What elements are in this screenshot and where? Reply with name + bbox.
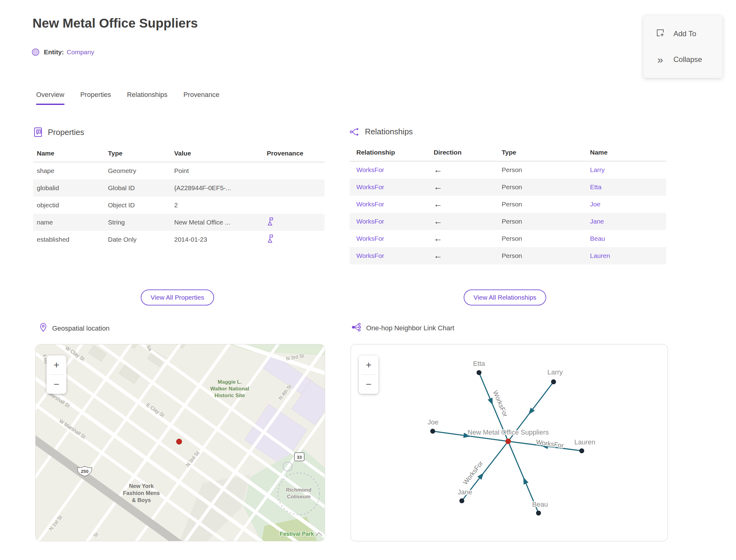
tab-relationships[interactable]: Relationships xyxy=(127,91,167,105)
entity-location-marker[interactable] xyxy=(176,439,182,444)
related-entity-link[interactable]: Beau xyxy=(590,235,605,242)
column-header: Type xyxy=(502,145,590,161)
tab-bar: OverviewPropertiesRelationshipsProvenanc… xyxy=(36,91,219,105)
map-zoom-in-button[interactable]: + xyxy=(47,355,66,374)
entity-row: Entity: Company xyxy=(32,48,94,56)
properties-table-header-row: NameTypeValueProvenance xyxy=(33,146,324,162)
property-name: established xyxy=(33,231,108,248)
related-entity-type: Person xyxy=(502,247,590,264)
direction-arrow: ← xyxy=(434,251,442,260)
entity-type-value: Company xyxy=(67,48,94,56)
property-row: establishedDate Only2014-01-23 xyxy=(33,231,324,248)
menu-item-collapse[interactable]: »Collapse xyxy=(643,51,723,68)
node-label: Larry xyxy=(547,368,563,376)
provenance-flag-icon[interactable] xyxy=(267,237,274,244)
relationship-type-link[interactable]: WorksFor xyxy=(356,218,384,225)
property-value: {A228944F-0EF5-... xyxy=(174,179,259,197)
map-zoom-out-button[interactable]: − xyxy=(47,375,66,394)
column-header: Type xyxy=(108,146,174,162)
node-label: Beau xyxy=(532,501,548,508)
node-Joe[interactable] xyxy=(430,429,435,434)
related-entity-link[interactable]: Etta xyxy=(590,183,601,190)
related-entity-type: Person xyxy=(502,161,590,178)
relationship-type-link[interactable]: WorksFor xyxy=(356,252,384,259)
floating-action-panel: Add To»Collapse xyxy=(643,15,723,78)
provenance-flag-icon[interactable] xyxy=(267,220,274,227)
center-node[interactable] xyxy=(505,439,511,444)
map-label: Festival Park xyxy=(280,531,314,537)
view-all-properties-button[interactable]: View All Properties xyxy=(141,290,214,305)
direction-arrow: ← xyxy=(434,199,442,209)
relationship-type-link[interactable]: WorksFor xyxy=(356,166,384,173)
linkchart-section-title: One-hop Neighbor Link Chart xyxy=(366,324,454,332)
node-label: Jane xyxy=(458,488,472,496)
direction-arrow: ← xyxy=(434,217,442,226)
property-name: shape xyxy=(33,162,108,179)
edge-arrowhead xyxy=(523,477,528,485)
tab-provenance[interactable]: Provenance xyxy=(183,91,219,105)
edge-label: WorksFor xyxy=(462,460,484,486)
link-chart[interactable]: WorksForWorksForWorksForEttaLarryJoeLaur… xyxy=(351,344,668,541)
tab-properties[interactable]: Properties xyxy=(80,91,111,105)
relationship-type-link[interactable]: WorksFor xyxy=(356,183,384,190)
related-entity-link[interactable]: Larry xyxy=(590,166,605,173)
basemap[interactable]: 25033 k RdW Clay StSaMarshall StW Marsha… xyxy=(36,344,325,541)
column-header: Relationship xyxy=(350,145,434,161)
center-node-label: New Metal Office Suppliers xyxy=(468,428,549,436)
edge-arrowhead xyxy=(528,408,535,415)
page-title: New Metal Office Suppliers xyxy=(33,16,198,31)
property-provenance-cell xyxy=(259,197,324,214)
relationship-type-link[interactable]: WorksFor xyxy=(356,201,384,208)
tab-overview[interactable]: Overview xyxy=(36,91,64,105)
edge-label: WorksFor xyxy=(492,389,509,418)
relationships-section-title: Relationships xyxy=(365,127,413,136)
property-row: objectidObject ID2 xyxy=(33,197,324,214)
node-Jane[interactable] xyxy=(459,498,464,503)
link-chart-panel[interactable]: + − WorksForWorksForWorksForEttaLarryJoe… xyxy=(351,344,668,541)
relationship-row: WorksFor←PersonBeau xyxy=(350,230,666,247)
menu-item-label: Collapse xyxy=(673,55,702,64)
property-type: String xyxy=(108,214,174,231)
property-name: objectid xyxy=(33,197,108,214)
node-Larry[interactable] xyxy=(551,379,556,384)
collapse-icon: » xyxy=(655,54,665,65)
relationship-type-link[interactable]: WorksFor xyxy=(356,235,384,242)
property-type: Object ID xyxy=(108,197,174,214)
property-provenance-cell xyxy=(259,231,324,248)
related-entity-type: Person xyxy=(502,230,590,247)
related-entity-link[interactable]: Joe xyxy=(590,201,600,208)
properties-section-header: Properties xyxy=(33,127,324,137)
column-header: Value xyxy=(174,146,259,162)
node-label: Joe xyxy=(427,418,438,426)
related-entity-type: Person xyxy=(502,213,590,230)
related-entity-link[interactable]: Lauren xyxy=(590,252,610,259)
svg-text:33: 33 xyxy=(297,455,302,460)
property-value: 2 xyxy=(174,197,259,214)
property-value: New Metal Office ... xyxy=(174,214,259,231)
edge-label: WorksFor xyxy=(536,438,564,449)
direction-arrow: ← xyxy=(434,234,442,243)
property-name: globalid xyxy=(33,179,108,197)
relationships-table: RelationshipDirectionTypeName WorksFor←P… xyxy=(350,145,666,264)
related-entity-type: Person xyxy=(502,196,590,213)
node-Etta[interactable] xyxy=(477,370,481,375)
edge-arrowhead xyxy=(477,473,484,480)
chart-zoom-in-button[interactable]: + xyxy=(359,355,378,374)
menu-item-add-to[interactable]: Add To xyxy=(643,25,723,42)
chart-zoom-control: + − xyxy=(359,355,378,394)
view-all-relationships-button[interactable]: View All Relationships xyxy=(464,290,546,305)
property-value: Point xyxy=(174,162,259,179)
menu-item-label: Add To xyxy=(673,29,696,38)
node-Beau[interactable] xyxy=(536,511,541,516)
property-provenance-cell xyxy=(259,179,324,197)
chart-zoom-out-button[interactable]: − xyxy=(359,375,378,394)
property-type: Date Only xyxy=(108,231,174,248)
property-type: Global ID xyxy=(108,179,174,197)
relationships-section-header: Relationships xyxy=(350,127,666,136)
property-value: 2014-01-23 xyxy=(174,231,259,248)
relationship-row: WorksFor←PersonEtta xyxy=(350,178,666,196)
map-panel[interactable]: + − xyxy=(35,344,325,541)
node-Lauren[interactable] xyxy=(579,448,584,453)
related-entity-link[interactable]: Jane xyxy=(590,218,604,225)
property-provenance-cell xyxy=(259,162,324,179)
